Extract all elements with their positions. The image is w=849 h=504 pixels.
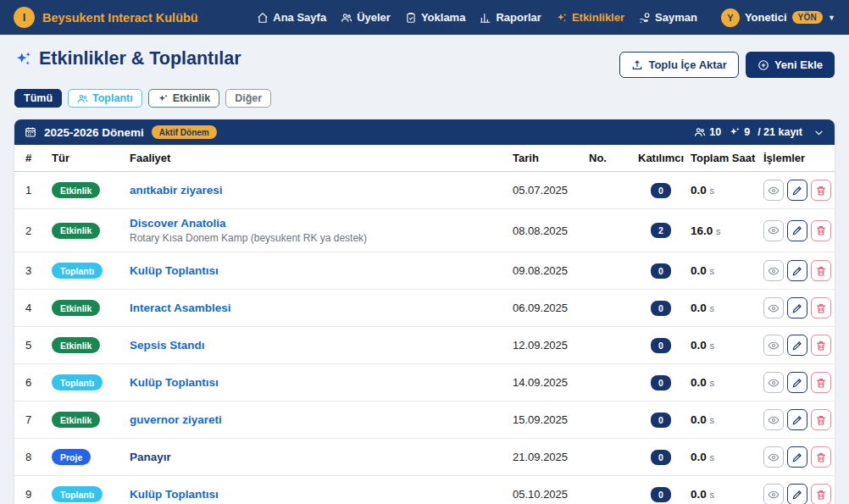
view-button[interactable] <box>763 220 784 241</box>
view-button[interactable] <box>763 180 784 201</box>
row-date: 09.08.2025 <box>509 252 585 290</box>
delete-button[interactable] <box>811 335 831 356</box>
hours-value: 0.0 <box>691 413 707 426</box>
activity-link[interactable]: guvernor ziyareti <box>130 413 222 426</box>
delete-button[interactable] <box>811 484 831 504</box>
sparkles-icon <box>556 12 568 24</box>
events-table: # Tür Faaliyet Tarih No. Katılımcı Topla… <box>14 145 835 504</box>
view-button[interactable] <box>763 484 784 504</box>
home-icon <box>257 12 269 24</box>
edit-button[interactable] <box>787 220 807 241</box>
delete-button[interactable] <box>811 372 831 393</box>
row-no <box>585 402 635 439</box>
delete-button[interactable] <box>811 446 831 468</box>
nav-label: Sayman <box>655 11 697 24</box>
row-index: 8 <box>14 439 48 476</box>
edit-button[interactable] <box>787 260 807 281</box>
bulk-import-button[interactable]: Toplu İçe Aktar <box>619 52 738 78</box>
table-row: 5 Etkinlik Sepsis Standı 12.09.2025 0 0.… <box>14 327 835 364</box>
nav-item-ana-sayfa[interactable]: Ana Sayfa <box>257 11 326 24</box>
row-date: 06.09.2025 <box>509 290 585 327</box>
delete-button[interactable] <box>811 297 831 318</box>
nav-item-raporlar[interactable]: Raporlar <box>480 11 541 24</box>
table-row: 4 Etkinlik Interact Asamblesi 06.09.2025… <box>14 290 835 327</box>
nav-item-etkinlikler[interactable]: Etkinlikler <box>556 11 624 24</box>
filter-all[interactable]: Tümü <box>14 89 62 108</box>
delete-button[interactable] <box>811 220 831 241</box>
upload-icon <box>631 59 643 71</box>
chevron-down-icon <box>813 127 824 138</box>
hours-unit: s <box>709 341 714 351</box>
filter-event[interactable]: Etkinlik <box>148 89 219 108</box>
activity-link[interactable]: Kulüp Toplantısı <box>130 376 219 389</box>
period-card-header[interactable]: 2025-2026 Dönemi Aktif Dönem 10 9 / 21 k… <box>14 119 835 145</box>
edit-button[interactable] <box>787 180 807 201</box>
hours-value: 0.0 <box>691 302 707 314</box>
view-button[interactable] <box>763 260 784 281</box>
view-button[interactable] <box>763 297 784 318</box>
type-badge: Toplantı <box>52 486 103 502</box>
hours-value: 16.0 <box>691 224 713 237</box>
nav-item-sayman[interactable]: Sayman <box>639 11 697 24</box>
delete-button[interactable] <box>811 260 831 281</box>
filter-other[interactable]: Diğer <box>225 89 271 108</box>
nav-label: Yoklama <box>421 11 466 24</box>
filter-meeting[interactable]: Toplantı <box>68 89 142 108</box>
activity-link[interactable]: Discover Anatolia <box>130 217 226 230</box>
view-button[interactable] <box>763 409 784 430</box>
edit-button[interactable] <box>787 335 807 356</box>
row-index: 7 <box>14 402 48 439</box>
activity-link[interactable]: Kulüp Toplantısı <box>130 264 219 277</box>
collapse-button[interactable] <box>810 127 824 138</box>
user-menu[interactable]: Y Yonetici YÖN ▼ <box>721 8 835 27</box>
activity-link[interactable]: anıtkabir ziyaresi <box>130 184 223 197</box>
edit-button[interactable] <box>787 484 807 504</box>
view-button[interactable] <box>763 446 784 468</box>
nav-label: Raporlar <box>496 11 541 24</box>
clipboard-check-icon <box>405 12 417 24</box>
people-icon <box>77 93 88 104</box>
view-button[interactable] <box>763 372 784 393</box>
type-badge: Toplantı <box>52 263 103 279</box>
row-date: 05.10.2025 <box>509 476 585 504</box>
row-no <box>585 172 635 209</box>
edit-button[interactable] <box>787 409 807 430</box>
view-button[interactable] <box>763 335 784 356</box>
row-no <box>585 327 635 364</box>
add-new-button[interactable]: Yeni Ekle <box>746 52 835 78</box>
row-date: 15.09.2025 <box>509 402 585 439</box>
delete-button[interactable] <box>811 409 831 430</box>
activity-link[interactable]: Interact Asamblesi <box>130 302 231 314</box>
delete-button[interactable] <box>811 180 831 201</box>
row-date: 21.09.2025 <box>509 439 585 476</box>
edit-button[interactable] <box>787 446 807 468</box>
row-index: 9 <box>14 476 48 504</box>
type-badge: Etkinlik <box>52 300 100 316</box>
hours-unit: s <box>709 415 714 425</box>
edit-button[interactable] <box>787 297 807 318</box>
sparkles-icon <box>14 50 32 68</box>
filter-bar: Tümü Toplantı Etkinlik Diğer <box>14 89 835 108</box>
type-badge: Toplantı <box>52 374 103 390</box>
nav-item-uyeler[interactable]: Üyeler <box>341 11 391 24</box>
table-row: 1 Etkinlik anıtkabir ziyaresi 05.07.2025… <box>14 172 835 209</box>
brand[interactable]: I Beysukent Interact Kulübü <box>14 7 198 28</box>
main-content: Etkinlikler & Toplantılar Toplu İçe Akta… <box>0 35 849 504</box>
meeting-count: 10 <box>694 126 721 138</box>
activity-link[interactable]: Sepsis Standı <box>130 339 205 352</box>
row-date: 05.07.2025 <box>509 172 585 209</box>
row-date: 12.09.2025 <box>509 327 585 364</box>
bulk-import-label: Toplu İçe Aktar <box>648 58 726 71</box>
table-header-row: # Tür Faaliyet Tarih No. Katılımcı Topla… <box>14 145 835 172</box>
activity-link[interactable]: Kulüp Toplantısı <box>130 488 219 501</box>
type-badge: Etkinlik <box>52 412 100 428</box>
activity-link[interactable]: Panayır <box>130 451 171 463</box>
row-index: 5 <box>14 327 48 364</box>
bar-chart-icon <box>480 12 491 24</box>
edit-button[interactable] <box>787 372 807 393</box>
add-new-label: Yeni Ekle <box>774 58 823 71</box>
nav-item-yoklama[interactable]: Yoklama <box>405 11 466 24</box>
table-row: 7 Etkinlik guvernor ziyareti 15.09.2025 … <box>14 402 835 439</box>
participant-badge: 0 <box>651 338 671 353</box>
user-avatar: Y <box>721 8 740 27</box>
